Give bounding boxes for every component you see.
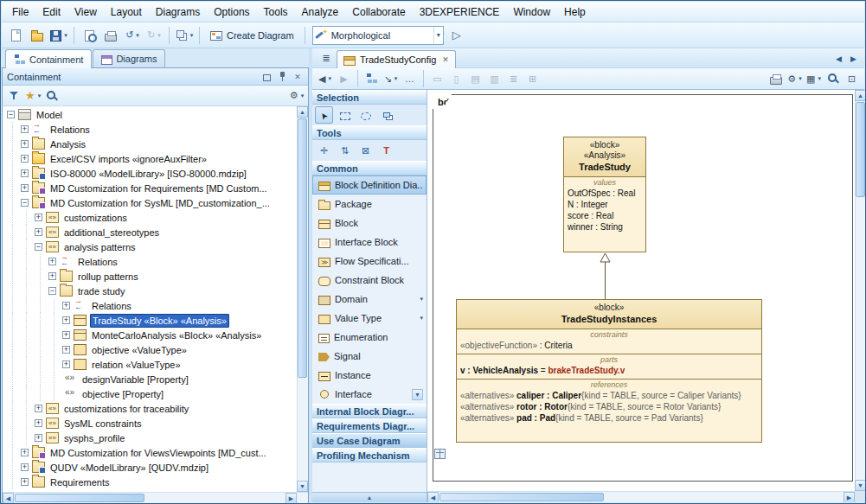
palette-section-internal-block-diagram[interactable]: Internal Block Diagr... xyxy=(312,404,427,418)
menu-analyze[interactable]: Analyze xyxy=(295,3,346,22)
tree-item-objective-valuetype[interactable]: +objective «ValueType» xyxy=(3,342,297,357)
scrollbar-thumb[interactable] xyxy=(856,102,865,197)
palette-item-block-definition-diagram[interactable]: Block Definition Dia... xyxy=(312,175,427,195)
image-shape-tool-button[interactable]: ⊠ xyxy=(356,142,375,159)
new-project-button[interactable] xyxy=(5,25,26,46)
expand-toggle[interactable]: + xyxy=(35,419,42,427)
chevron-down-icon[interactable]: ▾ xyxy=(433,27,440,44)
menu-collaborate[interactable]: Collaborate xyxy=(345,3,412,22)
run-perspective-button[interactable] xyxy=(447,25,468,46)
float-panel-button[interactable] xyxy=(260,71,273,83)
palette-item-flow-specification[interactable]: Flow Specificati... xyxy=(312,252,427,271)
menu-view[interactable]: View xyxy=(67,3,104,22)
undo-button[interactable]: ↺▾ xyxy=(122,25,143,46)
free-select-tool-button[interactable] xyxy=(356,106,375,124)
collapse-toggle[interactable]: − xyxy=(7,111,15,118)
expand-toggle[interactable]: + xyxy=(21,449,29,456)
more-toolbars-button[interactable]: … xyxy=(401,70,419,88)
create-diagram-button[interactable]: Create Diagram xyxy=(204,25,300,46)
print-button[interactable] xyxy=(100,25,121,46)
expand-toggle[interactable]: + xyxy=(35,405,42,412)
palette-section-profiling-mechanism[interactable]: Profiling Mechanism xyxy=(312,448,427,463)
diagram-list-button[interactable]: ≣ xyxy=(316,50,337,67)
block-tradestudy[interactable]: «block»«Analysis»TradeStudyvaluesOutOfSp… xyxy=(563,137,646,252)
tree-item-md-customization-for-sysml-md-customization[interactable]: −MD Customization for SysML [MD_customiz… xyxy=(3,195,297,210)
show-options-button[interactable]: ▦▾ xyxy=(805,70,823,88)
redo-button[interactable]: ↻▾ xyxy=(144,25,164,46)
palette-item-block[interactable]: Block xyxy=(312,214,427,233)
scroll-left-button[interactable]: ◀ xyxy=(427,492,439,502)
palette-section-selection[interactable]: Selection xyxy=(312,90,427,105)
chevron-down-icon[interactable]: ▾ xyxy=(420,315,423,322)
scroll-up-button[interactable]: ▲ xyxy=(855,90,866,101)
palette-section-use-case-diagram[interactable]: Use Case Diagram xyxy=(312,433,427,448)
tree-vertical-scrollbar[interactable]: ▲ ▼ xyxy=(297,106,308,492)
tree-item-requirements[interactable]: +Requirements xyxy=(3,475,297,489)
chevron-down-icon[interactable]: ▾ xyxy=(420,296,423,303)
palette-item-enumeration[interactable]: Enumeration xyxy=(312,328,427,347)
perspective-combobox[interactable]: Morphological▾ xyxy=(312,26,444,45)
save-project-button[interactable]: ▾ xyxy=(48,25,69,46)
tree-item-tradestudy-block-analysis[interactable]: +TradeStudy «Block» «Analysis» xyxy=(3,313,297,328)
menu-help[interactable]: Help xyxy=(557,3,593,22)
quick-filter-button[interactable] xyxy=(5,87,22,105)
palette-scroll-up-button[interactable]: ▲ xyxy=(312,492,427,502)
make-same-height-button[interactable]: ▯ xyxy=(447,70,465,88)
tree-item-analysis[interactable]: +Analysis xyxy=(3,137,297,151)
tree-item-customizations-for-traceability[interactable]: +customizations for traceability xyxy=(3,401,297,416)
tree-item-qudv-modellibrary-qudv-mdzip[interactable]: +QUDV «ModelLibrary» [QUDV.mdzip] xyxy=(3,460,297,475)
close-panel-button[interactable]: ✕ xyxy=(292,71,304,83)
menu-diagrams[interactable]: Diagrams xyxy=(149,3,207,22)
expand-toggle[interactable]: + xyxy=(48,272,56,280)
copy-as-image-button[interactable]: ▾ xyxy=(174,25,195,46)
expand-toggle[interactable]: + xyxy=(21,125,29,133)
scroll-right-button[interactable]: ▶ xyxy=(285,493,297,504)
palette-section-tools[interactable]: Tools xyxy=(312,125,427,140)
expand-toggle[interactable]: + xyxy=(21,463,29,471)
palette-scroll-down-button[interactable]: ▼ xyxy=(412,389,423,400)
menu-3dexperience[interactable]: 3DEXPERIENCE xyxy=(413,3,507,22)
tree-horizontal-scrollbar[interactable]: ◀ ▶ xyxy=(3,492,308,503)
expand-toggle[interactable]: + xyxy=(21,140,29,148)
tree-item-model[interactable]: −Model xyxy=(3,107,297,122)
search-button[interactable] xyxy=(43,87,61,105)
tree-item-designvariable-property[interactable]: designVariable [Property] xyxy=(3,372,297,386)
close-icon[interactable]: ✕ xyxy=(442,55,449,64)
next-diagram-button[interactable]: ▶ xyxy=(846,51,861,66)
tree-layout-tool-button[interactable]: ⇅ xyxy=(336,142,354,159)
scrollbar-thumb[interactable] xyxy=(439,493,604,501)
back-button[interactable]: ◀▾ xyxy=(316,70,334,88)
palette-item-signal[interactable]: Signal xyxy=(312,347,427,366)
tree-item-montecarloanalysis-block-analysis[interactable]: +MonteCarloAnalysis «Block» «Analysis» xyxy=(3,328,297,342)
tree-item-relation-valuetype[interactable]: +relation «ValueType» xyxy=(3,357,297,372)
rect-select-tool-button[interactable] xyxy=(336,106,354,124)
expand-toggle[interactable]: + xyxy=(62,346,70,354)
palette-item-package[interactable]: Package xyxy=(312,195,427,214)
menu-tools[interactable]: Tools xyxy=(257,3,295,22)
open-project-button[interactable] xyxy=(27,25,48,46)
scroll-right-button[interactable]: ▶ xyxy=(844,492,855,502)
tree-item-analysis-patterns[interactable]: −analysis patterns xyxy=(3,239,297,254)
tree-item-relations[interactable]: +Relations xyxy=(3,254,297,269)
zoom-button[interactable] xyxy=(824,70,842,88)
snap-grid-button[interactable]: ⊞ xyxy=(523,70,542,88)
canvas-horizontal-scrollbar[interactable]: ◀ ▶ xyxy=(427,491,855,502)
previous-diagram-button[interactable]: ◀ xyxy=(831,51,846,66)
diagram-properties-button[interactable]: ⚙▾ xyxy=(786,70,804,88)
tree-item-md-customization-for-viewsviewpoints-md-cust[interactable]: +MD Customization for ViewsViewpoints [M… xyxy=(3,445,297,460)
scrollbar-thumb[interactable] xyxy=(15,494,144,502)
expand-toggle[interactable]: + xyxy=(35,434,42,442)
tree-item-excel-csv-imports-ignoreauxfilter[interactable]: +Excel/CSV imports «ignoreAuxFilter» xyxy=(3,151,297,166)
block-tradestudyinstances[interactable]: «block»TradeStudyInstancesconstraints«ob… xyxy=(456,299,762,443)
scroll-down-button[interactable]: ▼ xyxy=(855,480,866,491)
scroll-down-button[interactable]: ▼ xyxy=(297,481,308,492)
scroll-up-button[interactable]: ▲ xyxy=(297,106,308,118)
tree-item-trade-study[interactable]: −trade study xyxy=(3,284,297,298)
palette-item-interface-block[interactable]: Interface Block xyxy=(312,233,427,252)
palette-item-domain[interactable]: Domain▾ xyxy=(312,290,427,309)
menu-options[interactable]: Options xyxy=(207,3,256,22)
diagram-overview-icon[interactable] xyxy=(434,449,446,459)
collapse-toggle[interactable]: − xyxy=(35,243,42,251)
palette-item-value-type[interactable]: Value Type▾ xyxy=(312,309,427,328)
expand-toggle[interactable]: + xyxy=(35,228,42,236)
